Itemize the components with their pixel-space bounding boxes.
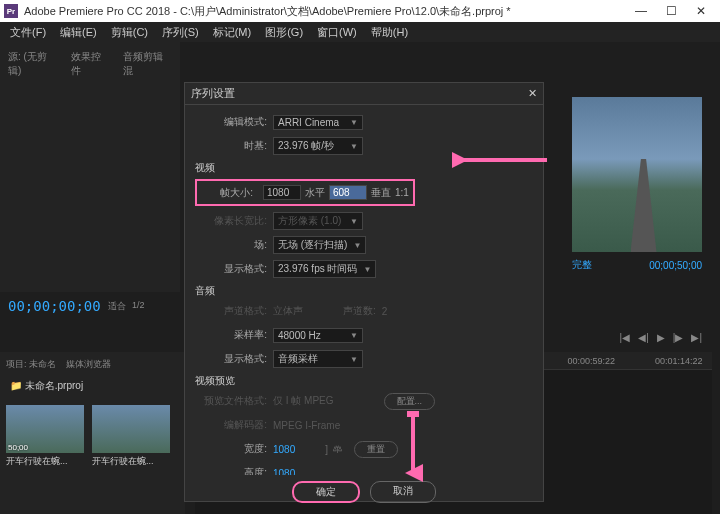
preview-height-value[interactable]: 1080 [273, 468, 295, 476]
tab-media-browser[interactable]: 媒体浏览器 [66, 358, 111, 371]
horizontal-label: 水平 [305, 186, 325, 200]
annotation-arrow-icon [452, 150, 552, 170]
codec-value: MPEG I-Frame [273, 420, 340, 431]
source-timecode: 00;00;00;00 [8, 298, 101, 314]
annotation-arrow-icon [403, 411, 423, 483]
preview-file-label: 预览文件格式: [195, 394, 273, 408]
menu-window[interactable]: 窗口(W) [311, 23, 363, 42]
menubar: 文件(F) 编辑(E) 剪辑(C) 序列(S) 标记(M) 图形(G) 窗口(W… [0, 22, 720, 42]
step-back-button[interactable]: ◀| [638, 332, 649, 343]
frame-height-input[interactable]: 608 [329, 185, 367, 200]
app-icon: Pr [4, 4, 18, 18]
menu-marker[interactable]: 标记(M) [207, 23, 258, 42]
channels-value: 2 [382, 306, 388, 317]
preview-height-label: 高度: [195, 466, 273, 475]
codec-label: 编解码器: [195, 418, 273, 432]
tab-audio-mixer[interactable]: 音频剪辑混 [123, 50, 172, 78]
fields-label: 场: [195, 238, 273, 252]
resolution-dropdown[interactable]: 1/2 [132, 300, 145, 313]
display-format-select[interactable]: 23.976 fps 时间码▼ [273, 260, 376, 278]
program-video-frame[interactable] [572, 97, 702, 252]
cancel-button[interactable]: 取消 [370, 481, 436, 503]
menu-graphics[interactable]: 图形(G) [259, 23, 309, 42]
project-name: 📁 未命名.prproj [6, 375, 179, 397]
project-panel: 项目: 未命名 媒体浏览器 📁 未命名.prproj 50;00 开车行驶在蜿.… [0, 352, 185, 514]
pixel-aspect-label: 像素长宽比: [195, 214, 273, 228]
preview-section: 视频预览 [195, 374, 533, 388]
preview-width-label: 宽度: [195, 442, 273, 456]
minimize-button[interactable]: — [626, 1, 656, 21]
tab-source[interactable]: 源: (无剪辑) [8, 50, 59, 78]
config-button: 配置... [384, 393, 436, 410]
fields-select[interactable]: 无场 (逐行扫描)▼ [273, 236, 366, 254]
svg-rect-2 [407, 411, 419, 417]
tab-project[interactable]: 项目: 未命名 [6, 358, 56, 371]
window-titlebar: Pr Adobe Premiere Pro CC 2018 - C:\用户\Ad… [0, 0, 720, 22]
project-clip[interactable]: 开车行驶在蜿... [92, 405, 170, 468]
step-fwd-button[interactable]: |▶ [673, 332, 684, 343]
channel-format-value: 立体声 [273, 304, 303, 318]
menu-edit[interactable]: 编辑(E) [54, 23, 103, 42]
vertical-label: 垂直 [371, 186, 391, 200]
channel-format-label: 声道格式: [195, 304, 273, 318]
program-transport: |◀ ◀| ▶ |▶ ▶| [620, 332, 702, 343]
aspect-label: 1:1 [395, 187, 409, 198]
play-button[interactable]: ▶ [657, 332, 665, 343]
sequence-settings-dialog: 序列设置 ✕ 编辑模式: ARRI Cinema▼ 时基: 23.976 帧/秒… [184, 82, 544, 502]
frame-size-label: 帧大小: [201, 186, 259, 200]
fit-dropdown[interactable]: 适合 [108, 300, 126, 313]
source-panel: 源: (无剪辑) 效果控件 音频剪辑混 [0, 42, 180, 292]
menu-clip[interactable]: 剪辑(C) [105, 23, 154, 42]
project-clip[interactable]: 50;00 开车行驶在蜿... [6, 405, 84, 468]
audio-display-select[interactable]: 音频采样▼ [273, 350, 363, 368]
sample-rate-select[interactable]: 48000 Hz▼ [273, 328, 363, 343]
audio-section: 音频 [195, 284, 533, 298]
display-format-label: 显示格式: [195, 262, 273, 276]
preview-file-value: 仅 I 帧 MPEG [273, 394, 334, 408]
ok-button[interactable]: 确定 [292, 481, 360, 503]
program-monitor: 完整 00;00;50;00 [572, 97, 702, 277]
close-button[interactable]: ✕ [686, 1, 716, 21]
timebase-label: 时基: [195, 139, 273, 153]
sample-rate-label: 采样率: [195, 328, 273, 342]
program-fit[interactable]: 完整 [572, 258, 592, 272]
next-button[interactable]: ▶| [691, 332, 702, 343]
frame-size-highlight: 帧大小: 1080 水平 608 垂直 1:1 [195, 179, 415, 206]
dialog-title: 序列设置 [191, 86, 528, 101]
channels-label: 声道数: [343, 304, 382, 318]
program-timecode: 00;00;50;00 [649, 260, 702, 271]
edit-mode-label: 编辑模式: [195, 115, 273, 129]
audio-display-label: 显示格式: [195, 352, 273, 366]
pixel-aspect-select: 方形像素 (1.0)▼ [273, 212, 363, 230]
menu-help[interactable]: 帮助(H) [365, 23, 414, 42]
tab-effects[interactable]: 效果控件 [71, 50, 110, 78]
menu-file[interactable]: 文件(F) [4, 23, 52, 42]
edit-mode-select[interactable]: ARRI Cinema▼ [273, 115, 363, 130]
frame-width-input[interactable]: 1080 [263, 185, 301, 200]
preview-width-value[interactable]: 1080 [273, 444, 295, 455]
dialog-close-icon[interactable]: ✕ [528, 87, 537, 100]
window-title: Adobe Premiere Pro CC 2018 - C:\用户\Admin… [24, 4, 626, 19]
maximize-button[interactable]: ☐ [656, 1, 686, 21]
menu-sequence[interactable]: 序列(S) [156, 23, 205, 42]
reset-button[interactable]: 重置 [354, 441, 398, 458]
timebase-select[interactable]: 23.976 帧/秒▼ [273, 137, 363, 155]
prev-button[interactable]: |◀ [620, 332, 631, 343]
